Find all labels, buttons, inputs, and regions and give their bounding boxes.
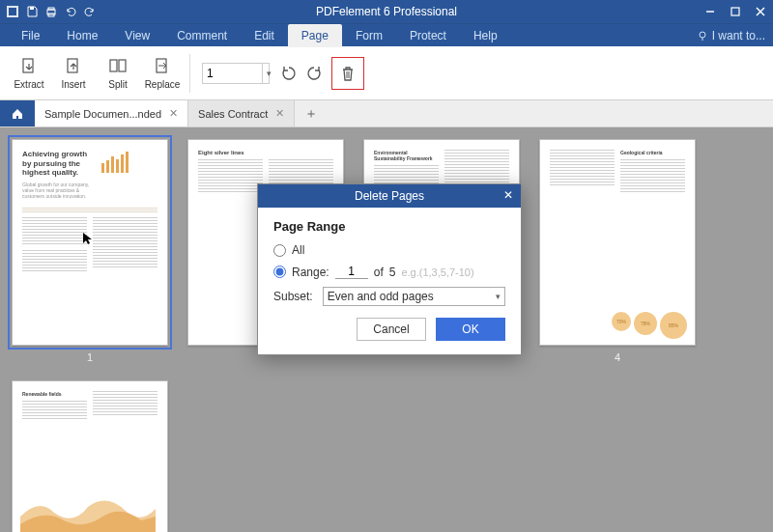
svg-rect-2 bbox=[30, 7, 34, 10]
bubble-value: 78% bbox=[634, 312, 657, 335]
svg-rect-12 bbox=[23, 59, 33, 72]
maximize-button[interactable] bbox=[723, 0, 748, 23]
chevron-down-icon: ▾ bbox=[496, 292, 501, 301]
trash-icon bbox=[338, 64, 358, 83]
page1-heading: Achieving growth by pursuing the highest… bbox=[22, 150, 96, 178]
radio-all[interactable] bbox=[273, 244, 286, 257]
window-controls bbox=[698, 0, 773, 23]
document-tab-1[interactable]: Sample Documen...nded ✕ bbox=[35, 100, 188, 126]
delete-page-button[interactable] bbox=[336, 62, 359, 85]
i-want-to-label: I want to... bbox=[712, 29, 765, 42]
cursor-icon bbox=[82, 232, 100, 245]
dialog-title: Delete Pages bbox=[355, 189, 424, 203]
tab-close-icon[interactable]: ✕ bbox=[275, 107, 284, 120]
split-label: Split bbox=[108, 79, 127, 90]
page-number-input[interactable] bbox=[202, 63, 270, 84]
bulb-icon bbox=[697, 30, 708, 42]
svg-rect-4 bbox=[48, 8, 54, 10]
tab-home-button[interactable] bbox=[0, 100, 35, 126]
svg-rect-14 bbox=[110, 60, 117, 71]
svg-point-10 bbox=[700, 32, 705, 38]
radio-range[interactable] bbox=[273, 266, 286, 278]
total-pages: 5 bbox=[389, 266, 396, 279]
insert-button[interactable]: Insert bbox=[52, 50, 95, 97]
save-icon[interactable] bbox=[25, 5, 39, 18]
menu-form[interactable]: Form bbox=[342, 24, 396, 47]
replace-icon bbox=[152, 56, 173, 77]
menu-home[interactable]: Home bbox=[53, 24, 111, 47]
title-bar: PDFelement 6 Professional bbox=[0, 0, 773, 23]
app-icon bbox=[6, 5, 19, 18]
i-want-to[interactable]: I want to... bbox=[697, 29, 765, 42]
cancel-button[interactable]: Cancel bbox=[357, 318, 426, 341]
radio-all-label: All bbox=[292, 243, 304, 257]
replace-button[interactable]: Replace bbox=[141, 50, 184, 97]
minimize-button[interactable] bbox=[698, 0, 723, 23]
page-number-box: ▾ bbox=[202, 63, 275, 84]
subset-select[interactable]: Even and odd pages ▾ bbox=[323, 287, 505, 306]
menu-help[interactable]: Help bbox=[460, 24, 511, 47]
new-tab-button[interactable]: ＋ bbox=[295, 100, 328, 126]
menu-page[interactable]: Page bbox=[288, 24, 342, 47]
page-thumbnail-1[interactable]: Achieving growth by pursuing the highest… bbox=[12, 139, 168, 363]
page-dropdown-icon[interactable]: ▾ bbox=[262, 63, 275, 84]
dialog-close-button[interactable]: ✕ bbox=[500, 186, 517, 204]
document-tab-strip: Sample Documen...nded ✕ Sales Contract ✕… bbox=[0, 100, 773, 127]
undo-icon[interactable] bbox=[64, 5, 77, 18]
close-button[interactable] bbox=[748, 0, 773, 23]
menu-comment[interactable]: Comment bbox=[163, 24, 241, 47]
bubble-value: 85% bbox=[660, 312, 687, 339]
menu-view[interactable]: View bbox=[111, 24, 163, 47]
dialog-titlebar[interactable]: Delete Pages ✕ bbox=[258, 184, 521, 208]
extract-label: Extract bbox=[14, 79, 43, 90]
ribbon-page: Extract Insert Split Replace ▾ bbox=[0, 46, 773, 100]
split-icon bbox=[107, 56, 129, 77]
print-icon[interactable] bbox=[44, 5, 58, 18]
replace-label: Replace bbox=[145, 79, 181, 90]
ok-button[interactable]: OK bbox=[436, 318, 505, 341]
tab-close-icon[interactable]: ✕ bbox=[169, 107, 178, 120]
subset-label: Subset: bbox=[273, 290, 313, 303]
svg-rect-1 bbox=[9, 8, 16, 15]
rotate-right-button[interactable] bbox=[302, 62, 326, 85]
document-tab-2[interactable]: Sales Contract ✕ bbox=[188, 100, 295, 126]
split-button[interactable]: Split bbox=[97, 50, 139, 97]
close-icon: ✕ bbox=[503, 188, 513, 202]
ribbon-separator bbox=[189, 54, 190, 93]
extract-button[interactable]: Extract bbox=[8, 50, 50, 97]
home-icon bbox=[11, 107, 24, 121]
tab-label: Sample Documen...nded bbox=[44, 108, 161, 120]
delete-page-highlight bbox=[331, 57, 364, 90]
radio-range-label: Range: bbox=[292, 266, 329, 279]
delete-pages-dialog: Delete Pages ✕ Page Range All Range: of … bbox=[257, 183, 522, 355]
of-label: of bbox=[374, 266, 384, 279]
page-thumbnail-4[interactable]: Geological criteria 70% 78% 85% 4 bbox=[539, 139, 696, 363]
page-range-heading: Page Range bbox=[273, 219, 505, 234]
subset-value: Even and odd pages bbox=[328, 290, 434, 303]
svg-rect-7 bbox=[731, 8, 739, 15]
thumbnail-label: 4 bbox=[615, 351, 620, 363]
range-input[interactable] bbox=[335, 265, 368, 279]
tab-label: Sales Contract bbox=[198, 108, 268, 120]
insert-label: Insert bbox=[61, 79, 85, 90]
svg-rect-15 bbox=[119, 60, 126, 71]
redo-icon[interactable] bbox=[83, 5, 97, 18]
menu-protect[interactable]: Protect bbox=[396, 24, 460, 47]
page-thumbnail-5[interactable]: Renewable fields bbox=[12, 380, 168, 532]
menu-edit[interactable]: Edit bbox=[241, 24, 288, 47]
thumbnail-label: 1 bbox=[87, 351, 93, 363]
insert-icon bbox=[63, 56, 84, 77]
bubble-value: 70% bbox=[612, 312, 631, 331]
rotate-left-button[interactable] bbox=[277, 62, 301, 85]
extract-icon bbox=[18, 56, 40, 77]
window-title: PDFelement 6 Professional bbox=[316, 5, 457, 18]
menu-file[interactable]: File bbox=[8, 24, 53, 47]
quick-access-toolbar bbox=[0, 5, 102, 18]
menu-bar: File Home View Comment Edit Page Form Pr… bbox=[0, 23, 773, 46]
range-hint: e.g.(1,3,5,7-10) bbox=[401, 266, 473, 278]
